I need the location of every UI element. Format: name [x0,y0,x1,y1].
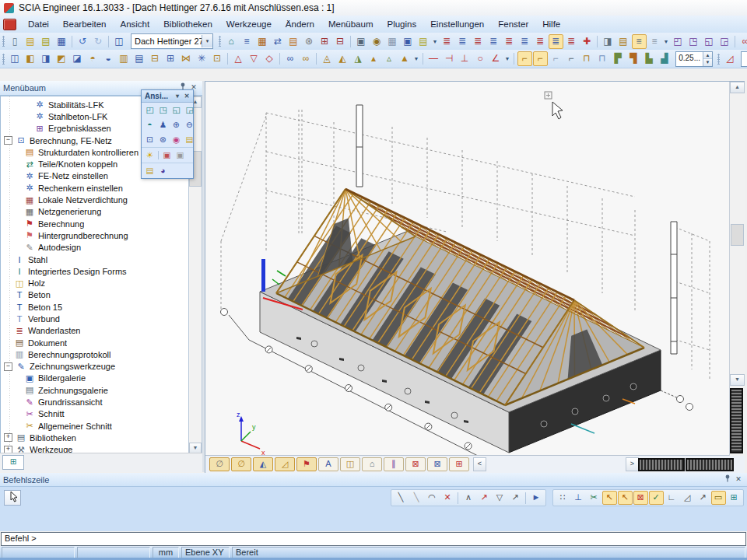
scroll-thumb[interactable] [731,224,744,246]
walk-through-icon[interactable]: ♟ [157,119,170,131]
view-x-icon[interactable]: ◰ [144,104,156,117]
open-layer-icon[interactable]: ▤ [616,34,631,49]
tree-item-holz[interactable]: ◫Holz [1,277,190,289]
dim-height-icon[interactable]: ⊥ [458,51,472,66]
zoom-window-icon[interactable]: ⊡ [144,134,156,146]
tree-item-berechnungsprotokoll[interactable]: ▥Berechnungsprotokoll [1,348,190,360]
solid-display-icon[interactable]: ◩ [54,51,69,66]
tree-item-bildergalerie[interactable]: ▣Bildergalerie [1,373,190,384]
expand-box-icon[interactable]: + [4,433,12,442]
combo-dropdown-button[interactable]: ▾ [202,35,212,47]
menu-ansicht[interactable]: Ansicht [113,18,156,30]
loadcase-3-icon[interactable]: ≣ [471,34,486,49]
render-box-1-icon[interactable]: ⊠ [405,457,426,471]
rotate-icon[interactable]: ▲ [398,51,412,66]
trim-icon[interactable]: ✂ [587,491,601,505]
filter-off-icon[interactable]: ≡ [647,34,662,49]
axes-toggle-icon[interactable]: ◭ [253,457,273,471]
vertical-scroll-grip[interactable] [730,388,743,453]
render-3d-icon[interactable]: ◕ [157,165,170,177]
search-add-icon[interactable]: ◭ [335,51,350,66]
open-project-icon[interactable]: ▤ [23,34,38,49]
snap-point-icon[interactable]: ↖ [602,491,617,505]
tree-item-zeichnungsgalerie[interactable]: ▤Zeichnungsgalerie [1,384,190,396]
tree-item-netzgenerierung[interactable]: ▦Netzgenerierung [1,206,190,218]
filter-on-icon[interactable]: ≡ [632,34,647,49]
line-snap-icon[interactable]: ╲ [394,491,409,505]
pipe-toggle-icon[interactable]: ∥ [384,457,404,471]
endpoint-snap-icon[interactable]: ↗ [477,491,492,505]
wall-view-icon[interactable]: ⊓ [580,51,594,66]
node-snap-icon[interactable]: ∧ [461,491,476,505]
menu-men-baum[interactable]: Menübaum [321,18,381,30]
loadcase-6-icon[interactable]: ≣ [517,34,532,49]
render-box-2-icon[interactable]: ⊠ [427,457,447,471]
toolbar-overflow-button[interactable]: ▼ [503,56,511,61]
light-bulb-icon[interactable]: ☀ [144,149,156,162]
tree-item-allgemeiner-schnitt[interactable]: ✂Allgemeiner Schnitt [1,420,190,432]
link-icon[interactable]: ∞ [283,51,298,66]
roof-view-4-icon[interactable]: ⌐ [564,51,579,66]
window-tile-3-icon[interactable]: ◱ [702,34,717,49]
angle-snap-icon[interactable]: ◿ [723,51,738,66]
vector-snap-icon[interactable]: ↗ [508,491,523,505]
snap-midpoint-icon[interactable]: ∟ [665,491,679,505]
camera-off-icon[interactable]: ▣ [174,149,187,162]
3d-model-canvas[interactable]: zyx [205,82,730,456]
strip-scroll-left-button[interactable]: < [473,457,486,471]
loadcase-2-icon[interactable]: ≣ [455,34,470,49]
surface-snap-icon[interactable]: ▽ [493,491,507,505]
tree-item-beton[interactable]: ΤBeton [1,289,190,301]
view-direction-icon[interactable]: ▙ [642,51,657,66]
delete-snap-icon[interactable]: ✕ [440,491,455,505]
dim-angle-icon[interactable]: ∠ [489,51,503,66]
shrink-display-icon[interactable]: ⋈ [179,51,194,66]
print-icon[interactable]: ▣ [354,34,369,49]
menu-ndern[interactable]: Ändern [279,18,321,30]
ortho-icon[interactable]: ⊥ [571,491,586,505]
glasses-icon[interactable]: ∞ [738,34,747,49]
section-display-icon[interactable]: ⊟ [148,51,163,66]
tree-item-grundrissansicht[interactable]: ✎Grundrissansicht [1,396,190,408]
roof-view-2-icon[interactable]: ⌐ [533,51,548,66]
line-thin-snap-icon[interactable]: ╲ [409,491,424,505]
tree-item-rechenkern-einstellen[interactable]: ✲Rechenkern einstellen [1,182,190,194]
toolbar-overflow-button[interactable]: ▼ [662,39,670,44]
cursor-mode-button[interactable] [4,490,21,506]
tree-item-lokale-netzverdichtung[interactable]: ▦Lokale Netzverdichtung [1,194,190,205]
tree-item-schnitt[interactable]: ✂Schnitt [1,408,190,420]
plane-xy-icon[interactable]: ⊓ [595,51,610,66]
horizontal-scroll-grip[interactable] [686,458,734,471]
snap-tangent-icon[interactable]: ◿ [680,491,695,505]
tree-item-zeichnungswerkzeuge[interactable]: −✎Zeichnungswerkzeuge [1,361,190,373]
view-z-icon[interactable]: ◱ [170,104,183,117]
crosshair-icon[interactable]: ✚ [580,34,594,49]
menu-bibliotheken[interactable]: Bibliotheken [156,18,219,30]
render-display-icon[interactable]: ⊞ [163,51,178,66]
window-tile-2-icon[interactable]: ◳ [686,34,701,49]
toolbar-overflow-button[interactable]: ▼ [431,39,439,44]
tree-item-autodesign[interactable]: ✎Autodesign [1,242,190,254]
search-members-icon[interactable]: ◬ [320,51,335,66]
axonometric-view-icon[interactable]: ◓ [144,119,156,131]
dim-perp-icon[interactable]: ⊣ [442,51,457,66]
status-plane[interactable]: Ebene XY [181,547,230,559]
dim-line-icon[interactable]: — [426,51,441,66]
camera-icon[interactable]: ▣ [161,149,174,162]
unlink-icon[interactable]: ∞ [299,51,314,66]
view-y-icon[interactable]: ◳ [157,104,170,117]
axes-display-icon[interactable]: ▥ [117,51,132,66]
palette-header[interactable]: Ansi... ▾ ✕ [142,90,193,103]
catalog-icon[interactable]: ▦ [255,34,270,49]
labels-toggle-icon[interactable]: A [318,457,338,471]
snap-line-icon[interactable]: ↖ [618,491,633,505]
engineering-report-icon[interactable]: ▤ [416,34,431,49]
snap-arc-icon[interactable]: ↗ [696,491,710,505]
tree-item-bibliotheken[interactable]: +▤Bibliotheken [1,432,190,443]
viewport-vscrollbar[interactable]: ▲ ▼ [729,82,745,456]
mdi-child-icon[interactable] [3,19,16,30]
zoom-all-icon[interactable]: ⊛ [157,134,170,146]
grid-box-icon[interactable]: ⊞ [449,457,469,471]
loadcase-4-icon[interactable]: ≣ [486,34,501,49]
stepper-up-icon[interactable]: ▲ [703,52,712,60]
